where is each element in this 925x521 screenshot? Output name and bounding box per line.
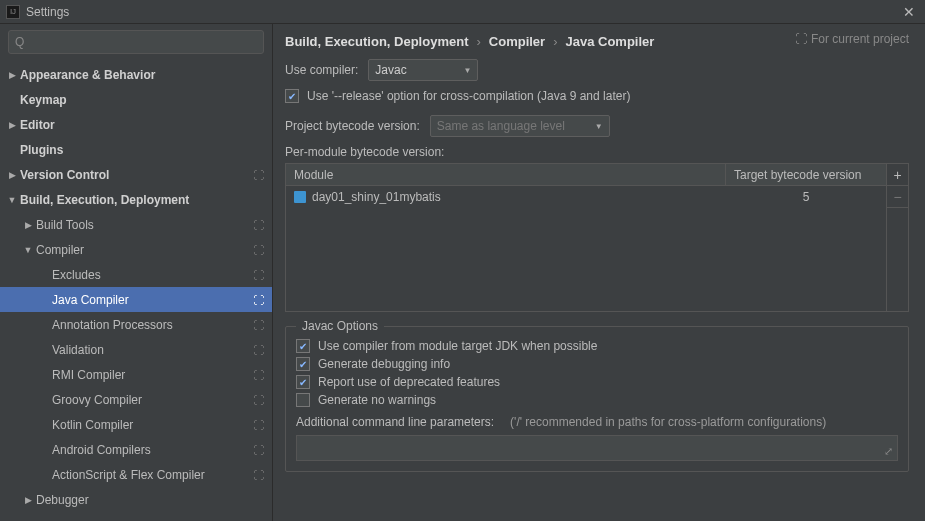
project-scope-icon: ⛶ (253, 344, 264, 356)
chevron-right-icon: › (476, 34, 480, 49)
search-box[interactable]: Q (8, 30, 264, 54)
target-version-cell[interactable]: 5 (726, 190, 886, 204)
sidebar-item-label: RMI Compiler (52, 368, 247, 382)
use-compiler-label: Use compiler: (285, 63, 358, 77)
project-scope-icon: ⛶ (253, 219, 264, 231)
sidebar-item-android-compilers[interactable]: Android Compilers⛶ (0, 437, 272, 462)
close-icon[interactable]: ✕ (899, 4, 919, 20)
search-input[interactable] (28, 35, 257, 49)
project-scope-icon: ⛶ (253, 419, 264, 431)
breadcrumb-build[interactable]: Build, Execution, Deployment (285, 34, 468, 49)
project-scope-icon: ⛶ (253, 394, 264, 406)
opt-module-jdk-label: Use compiler from module target JDK when… (318, 339, 597, 353)
add-module-button[interactable]: + (887, 164, 908, 186)
sidebar-item-label: Android Compilers (52, 443, 247, 457)
titlebar: IJ Settings ✕ (0, 0, 925, 24)
module-bytecode-table: Module Target bytecode version day01_shi… (285, 163, 909, 312)
sidebar-item-build-tools[interactable]: ▶Build Tools⛶ (0, 212, 272, 237)
table-body: day01_shiny_01mybatis5 (286, 186, 886, 311)
chevron-down-icon[interactable]: ▼ (6, 195, 18, 205)
expand-icon[interactable]: ⤢ (884, 445, 893, 458)
project-scope-icon: ⛶ (253, 244, 264, 256)
opt-no-warnings-label: Generate no warnings (318, 393, 436, 407)
breadcrumb-compiler[interactable]: Compiler (489, 34, 545, 49)
project-scope-icon: ⛶ (253, 294, 264, 306)
project-scope-icon: ⛶ (253, 444, 264, 456)
sidebar-item-groovy-compiler[interactable]: Groovy Compiler⛶ (0, 387, 272, 412)
sidebar-item-appearance-behavior[interactable]: ▶Appearance & Behavior (0, 62, 272, 87)
sidebar-item-label: Version Control (20, 168, 247, 182)
sidebar-item-version-control[interactable]: ▶Version Control⛶ (0, 162, 272, 187)
opt-debug-info-checkbox[interactable] (296, 357, 310, 371)
window-title: Settings (26, 5, 899, 19)
sidebar-item-validation[interactable]: Validation⛶ (0, 337, 272, 362)
opt-module-jdk-checkbox[interactable] (296, 339, 310, 353)
chevron-right-icon[interactable]: ▶ (22, 495, 34, 505)
for-current-project-label: For current project (811, 32, 909, 46)
sidebar-item-label: Annotation Processors (52, 318, 247, 332)
module-name: day01_shiny_01mybatis (312, 190, 441, 204)
chevron-right-icon[interactable]: ▶ (22, 220, 34, 230)
chevron-down-icon[interactable]: ▼ (22, 245, 34, 255)
additional-params-label: Additional command line parameters: (296, 415, 494, 429)
per-module-label: Per-module bytecode version: (285, 145, 909, 159)
col-module[interactable]: Module (286, 164, 726, 185)
additional-params-hint: ('/' recommended in paths for cross-plat… (510, 415, 826, 429)
sidebar-item-label: ActionScript & Flex Compiler (52, 468, 247, 482)
sidebar-item-label: Kotlin Compiler (52, 418, 247, 432)
project-icon: ⛶ (795, 32, 807, 46)
sidebar-item-label: Build Tools (36, 218, 247, 232)
release-option-checkbox[interactable] (285, 89, 299, 103)
project-bytecode-value: Same as language level (437, 119, 565, 133)
project-scope-icon: ⛶ (253, 269, 264, 281)
chevron-right-icon[interactable]: ▶ (6, 70, 18, 80)
settings-tree: ▶Appearance & BehaviorKeymap▶EditorPlugi… (0, 58, 272, 521)
sidebar-item-label: Debugger (36, 493, 264, 507)
sidebar-item-editor[interactable]: ▶Editor (0, 112, 272, 137)
for-current-project: ⛶ For current project (795, 32, 909, 46)
sidebar-item-label: Compiler (36, 243, 247, 257)
chevron-down-icon: ▼ (595, 122, 603, 131)
sidebar-item-kotlin-compiler[interactable]: Kotlin Compiler⛶ (0, 412, 272, 437)
release-option-label: Use '--release' option for cross-compila… (307, 89, 630, 103)
sidebar-item-build-execution-deployment[interactable]: ▼Build, Execution, Deployment (0, 187, 272, 212)
use-compiler-dropdown[interactable]: Javac ▼ (368, 59, 478, 81)
opt-no-warnings-checkbox[interactable] (296, 393, 310, 407)
chevron-right-icon[interactable]: ▶ (6, 120, 18, 130)
sidebar-item-label: Java Compiler (52, 293, 247, 307)
sidebar-item-label: Build, Execution, Deployment (20, 193, 264, 207)
project-scope-icon: ⛶ (253, 169, 264, 181)
sidebar-item-label: Groovy Compiler (52, 393, 247, 407)
col-target[interactable]: Target bytecode version (726, 164, 886, 185)
sidebar-item-actionscript-flex-compiler[interactable]: ActionScript & Flex Compiler⛶ (0, 462, 272, 487)
opt-debug-info-label: Generate debugging info (318, 357, 450, 371)
sidebar-item-label: Appearance & Behavior (20, 68, 264, 82)
chevron-down-icon: ▼ (463, 66, 471, 75)
opt-deprecated-checkbox[interactable] (296, 375, 310, 389)
sidebar-item-annotation-processors[interactable]: Annotation Processors⛶ (0, 312, 272, 337)
project-bytecode-label: Project bytecode version: (285, 119, 420, 133)
sidebar-item-label: Plugins (20, 143, 264, 157)
app-icon: IJ (6, 5, 20, 19)
use-compiler-value: Javac (375, 63, 406, 77)
sidebar-item-keymap[interactable]: Keymap (0, 87, 272, 112)
sidebar-item-rmi-compiler[interactable]: RMI Compiler⛶ (0, 362, 272, 387)
additional-params-input[interactable]: ⤢ (296, 435, 898, 461)
sidebar: Q ▶Appearance & BehaviorKeymap▶EditorPlu… (0, 24, 273, 521)
sidebar-item-java-compiler[interactable]: Java Compiler⛶ (0, 287, 272, 312)
module-icon (294, 191, 306, 203)
javac-options-group: Javac Options Use compiler from module t… (285, 326, 909, 472)
project-scope-icon: ⛶ (253, 319, 264, 331)
sidebar-item-debugger[interactable]: ▶Debugger (0, 487, 272, 512)
sidebar-item-compiler[interactable]: ▼Compiler⛶ (0, 237, 272, 262)
project-bytecode-dropdown[interactable]: Same as language level ▼ (430, 115, 610, 137)
remove-module-button[interactable]: − (887, 186, 908, 208)
table-row[interactable]: day01_shiny_01mybatis5 (286, 186, 886, 208)
chevron-right-icon[interactable]: ▶ (6, 170, 18, 180)
sidebar-item-label: Keymap (20, 93, 264, 107)
project-scope-icon: ⛶ (253, 469, 264, 481)
sidebar-item-plugins[interactable]: Plugins (0, 137, 272, 162)
sidebar-item-label: Validation (52, 343, 247, 357)
breadcrumb-java-compiler[interactable]: Java Compiler (566, 34, 655, 49)
sidebar-item-excludes[interactable]: Excludes⛶ (0, 262, 272, 287)
